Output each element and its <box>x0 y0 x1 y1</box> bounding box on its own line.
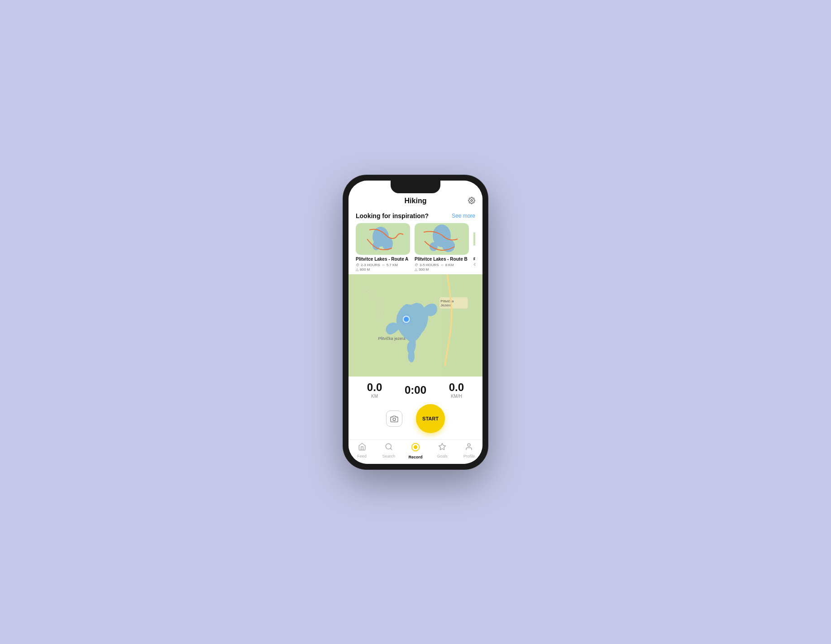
start-button[interactable]: START <box>416 404 445 433</box>
record-icon <box>411 443 420 454</box>
speed-unit: KM/H <box>449 394 464 399</box>
map-svg: Plitvička Jezera Plitvička jezera <box>349 274 482 377</box>
route-card-a[interactable]: Plitvitce Lakes - Route A ⏱ 2-3 HOURS ↔ … <box>356 223 410 272</box>
stats-row: 0.0 KM 0:00 0.0 KM/H <box>356 382 475 399</box>
route-elevation-b: △ 300 M <box>415 267 469 272</box>
profile-icon <box>465 443 473 453</box>
inspiration-title: Looking for inspiration? <box>356 212 429 219</box>
svg-point-20 <box>393 418 396 420</box>
profile-label: Profile <box>463 454 475 458</box>
route-meta-b: ⏱ 3-5 HOURS ↔ 8 KM △ 300 M <box>415 263 469 272</box>
goals-icon <box>438 443 446 453</box>
svg-text:Jezera: Jezera <box>440 303 451 307</box>
map-section[interactable]: Plitvička Jezera Plitvička jezera <box>349 274 482 377</box>
map-background: Plitvička Jezera Plitvička jezera <box>349 274 482 377</box>
record-label: Record <box>409 455 423 459</box>
routes-scroll: Plitvitce Lakes - Route A ⏱ 2-3 HOURS ↔ … <box>356 223 475 272</box>
speed-stat: 0.0 KM/H <box>449 382 464 399</box>
stats-section: 0.0 KM 0:00 0.0 KM/H <box>349 377 482 439</box>
svg-point-0 <box>471 200 473 201</box>
clock-icon-b: ⏱ <box>415 263 418 267</box>
camera-button[interactable] <box>386 410 402 427</box>
nav-item-record[interactable]: Record <box>402 443 429 459</box>
nav-item-search[interactable]: Search <box>375 443 402 459</box>
inspiration-section: Looking for inspiration? See more <box>349 209 482 274</box>
nav-item-profile[interactable]: Profile <box>456 443 482 459</box>
speed-value: 0.0 <box>449 382 464 393</box>
svg-marker-25 <box>439 443 446 449</box>
svg-point-26 <box>468 444 470 446</box>
feed-icon <box>358 443 366 453</box>
inspiration-header: Looking for inspiration? See more <box>356 212 475 219</box>
start-label: START <box>422 416 439 421</box>
feed-label: Feed <box>357 454 367 458</box>
route-duration-b: ⏱ 3-5 HOURS ↔ 8 KM <box>415 263 469 267</box>
svg-point-15 <box>401 314 411 324</box>
route-name-b: Plitvitce Lakes - Route B <box>415 257 469 262</box>
nav-item-feed[interactable]: Feed <box>349 443 375 459</box>
distance-value: 0.0 <box>367 382 382 393</box>
search-icon <box>385 443 393 453</box>
distance-stat: 0.0 KM <box>367 382 382 399</box>
route-card-c-partial[interactable]: Pli... ⏱ 2... <box>473 223 475 272</box>
svg-text:Plitvička: Plitvička <box>440 299 454 303</box>
phone-screen: Hiking Looking for inspiration? See more <box>349 181 482 464</box>
bottom-nav: Feed Search Record <box>349 439 482 464</box>
search-label: Search <box>382 454 396 458</box>
see-more-link[interactable]: See more <box>452 213 475 219</box>
nav-item-goals[interactable]: Goals <box>429 443 456 459</box>
phone-device: Hiking Looking for inspiration? See more <box>343 175 488 469</box>
route-card-b[interactable]: Plitvitce Lakes - Route B ⏱ 3-5 HOURS ↔ … <box>415 223 469 272</box>
elevation-icon-a: △ <box>356 267 358 272</box>
distance-icon-a: ↔ <box>382 263 385 267</box>
controls-row: START <box>356 402 475 436</box>
svg-line-22 <box>390 448 392 449</box>
time-value: 0:00 <box>405 385 426 396</box>
goals-label: Goals <box>437 454 448 458</box>
svg-point-24 <box>414 445 417 448</box>
clock-icon-a: ⏱ <box>356 263 359 267</box>
distance-icon-b: ↔ <box>440 263 444 267</box>
gear-icon[interactable] <box>468 197 475 206</box>
app-title: Hiking <box>405 197 427 205</box>
route-meta-c: ⏱ 2... <box>473 262 475 267</box>
distance-unit: KM <box>367 394 382 399</box>
elevation-icon-b: △ <box>415 267 417 272</box>
time-stat: 0:00 <box>405 385 426 396</box>
route-map-thumb-c <box>473 223 475 255</box>
route-map-thumb-b <box>415 223 469 255</box>
route-meta-a: ⏱ 2-3 HOURS ↔ 5.7 KM △ 800 M <box>356 263 410 272</box>
route-duration-c: ⏱ 2... <box>473 262 475 267</box>
route-elevation-a: △ 800 M <box>356 267 410 272</box>
notch <box>391 181 440 193</box>
route-name-a: Plitvitce Lakes - Route A <box>356 257 410 262</box>
route-duration-a: ⏱ 2-3 HOURS ↔ 5.7 KM <box>356 263 410 267</box>
route-name-c: Pli... <box>473 257 475 261</box>
svg-rect-9 <box>473 232 475 245</box>
svg-text:Plitvička jezera: Plitvička jezera <box>378 336 406 340</box>
route-map-thumb-a <box>356 223 410 255</box>
